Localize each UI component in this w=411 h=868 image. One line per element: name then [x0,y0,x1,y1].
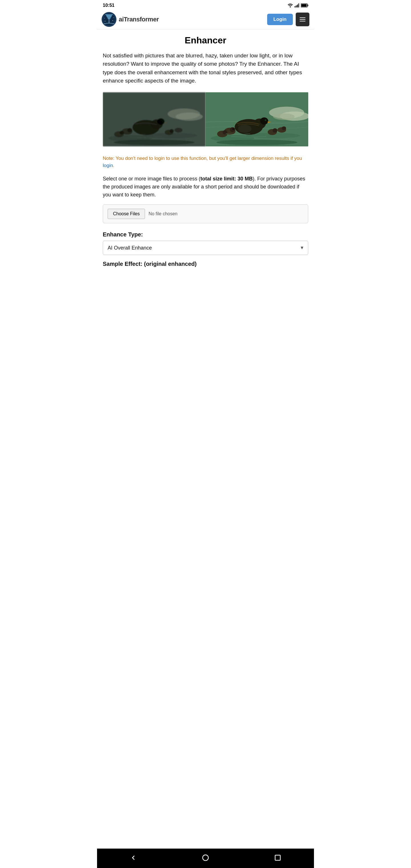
svg-point-49 [273,128,278,132]
status-time: 10:51 [103,3,115,8]
svg-point-51 [282,126,286,130]
instructions: Select one or more image files to proces… [103,175,308,199]
svg-point-13 [113,18,114,18]
svg-point-29 [175,128,182,132]
svg-point-22 [157,118,165,125]
svg-point-17 [114,140,195,145]
menu-button[interactable] [296,12,309,26]
svg-point-10 [105,21,105,22]
page-title: Enhancer [103,35,308,46]
before-image [103,91,205,148]
enhance-select-wrapper: AI Overall Enhance Sharpen Denoise Low L… [103,241,308,255]
svg-point-36 [273,113,295,120]
menu-line-2 [300,19,306,20]
svg-rect-1 [294,6,295,7]
size-limit: total size limit: 30 MB [200,176,253,182]
svg-point-0 [290,6,291,7]
svg-point-24 [127,128,132,132]
svg-point-26 [120,131,124,134]
enhance-type-select[interactable]: AI Overall Enhance Sharpen Denoise Low L… [103,241,308,255]
menu-line-1 [300,18,306,18]
svg-point-12 [104,18,105,19]
svg-point-28 [169,129,174,133]
nav-buttons: Login [267,12,309,26]
svg-point-33 [216,140,297,145]
svg-point-39 [260,117,268,124]
svg-point-42 [238,125,251,133]
svg-rect-4 [298,3,299,7]
svg-point-11 [113,20,113,21]
battery-icon [301,3,308,7]
logo-icon [102,12,117,27]
logo-svg [102,12,116,26]
choose-files-button[interactable]: Choose Files [107,209,145,219]
sample-effect-label: Sample Effect: (original enhanced) [103,261,308,267]
svg-rect-2 [296,5,297,7]
login-link[interactable]: login [103,163,113,168]
menu-line-3 [300,21,306,22]
svg-point-45 [232,128,234,130]
page-description: Not satisfied with pictures that are blu… [103,52,308,85]
status-icons [288,3,308,7]
enhance-type-label: Enhance Type: [103,231,308,238]
note-box: Note: You don't need to login to use thi… [103,155,308,169]
svg-rect-7 [302,4,307,7]
wifi-icon [288,3,293,7]
svg-point-41 [265,120,266,120]
navbar: aiTransformer Login [97,10,314,29]
logo-container: aiTransformer [102,12,159,27]
no-file-text: No file chosen [149,211,177,216]
file-input-container: Choose Files No file chosen [103,205,308,223]
image-comparison [103,91,308,148]
main-content: Enhancer Not satisfied with pictures tha… [97,29,314,273]
signal-icon [294,3,299,7]
note-text: Note: You don't need to login to use thi… [103,155,308,169]
note-orange-text: Note: You don't need to login to use thi… [103,156,302,168]
enhance-type-section: Enhance Type: AI Overall Enhance Sharpen… [103,231,308,255]
login-button[interactable]: Login [267,14,293,25]
logo-text: aiTransformer [119,16,159,23]
after-image [205,91,308,148]
svg-rect-3 [297,5,298,7]
svg-point-19 [176,113,203,121]
svg-rect-6 [307,5,308,6]
status-bar: 10:51 [97,0,314,10]
